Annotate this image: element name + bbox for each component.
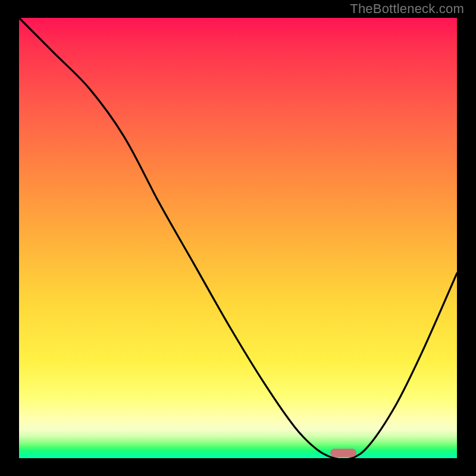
watermark-text: TheBottleneck.com: [350, 1, 464, 17]
plot-area: [19, 18, 457, 458]
bottleneck-curve: [19, 18, 457, 458]
optimal-range-marker: [330, 449, 356, 457]
chart-frame: TheBottleneck.com: [0, 0, 476, 476]
